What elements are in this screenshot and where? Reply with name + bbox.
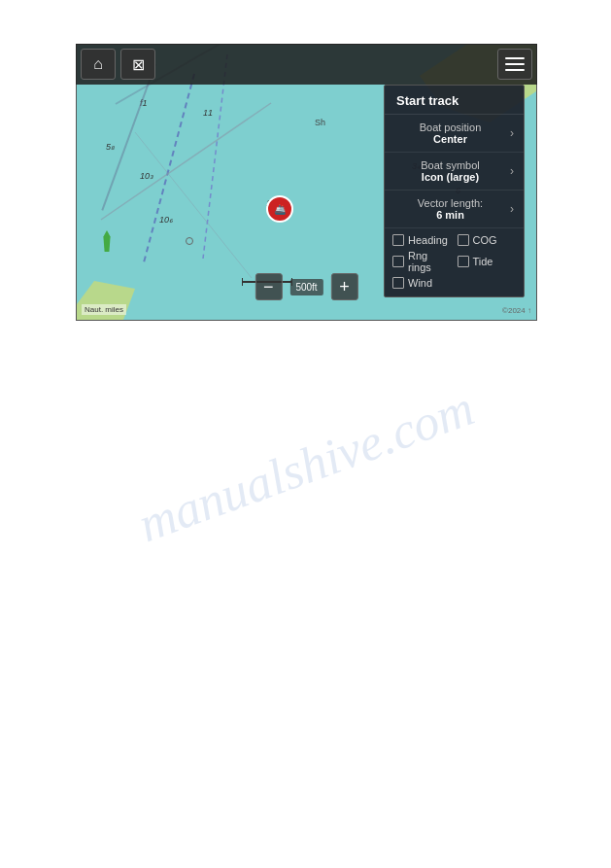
- rng-rings-label: Rng rings: [408, 250, 452, 273]
- boat-symbol-item[interactable]: Boat symbol Icon (large) ›: [385, 153, 524, 191]
- tide-label: Tide: [473, 256, 493, 267]
- depth-label: 10₃: [140, 171, 153, 181]
- home-button[interactable]: ⌂: [81, 49, 116, 80]
- hamburger-line-3: [505, 69, 525, 71]
- cog-checkbox-item[interactable]: COG: [458, 234, 517, 246]
- rng-rings-checkbox[interactable]: [392, 256, 404, 267]
- depth-label: 10₆: [159, 215, 173, 225]
- heading-label: Heading: [408, 234, 448, 246]
- depth-label: 5₈: [106, 142, 115, 152]
- vector-length-item[interactable]: Vector length: 6 min ›: [385, 191, 524, 228]
- boat-symbol-text: Boat symbol Icon (large): [394, 159, 506, 183]
- page-wrapper: f1 5₈ 10₃ 10₆ 11₈ 11 3₄ 6 Sh 🚢: [0, 0, 611, 868]
- menu-title: Start track: [385, 86, 524, 115]
- home-icon: ⌂: [93, 55, 103, 73]
- depth-label: 11: [203, 108, 213, 118]
- watermark: manualshive.com: [130, 379, 481, 553]
- cog-label: COG: [473, 234, 497, 246]
- sh-label: Sh: [315, 118, 325, 127]
- buoy-marker: [101, 230, 113, 252]
- boat-position-item[interactable]: Boat position Center ›: [385, 115, 524, 153]
- hamburger-line-2: [505, 63, 525, 65]
- vector-length-main: Vector length:: [394, 197, 506, 209]
- hamburger-line-1: [505, 57, 525, 59]
- wind-checkbox[interactable]: [392, 277, 404, 289]
- cog-checkbox[interactable]: [458, 234, 469, 246]
- context-menu: Start track Boat position Center › Boat …: [384, 85, 525, 297]
- checkbox-section: Heading COG Rng rings Tide Wind: [385, 228, 524, 296]
- boat-position-main: Boat position: [394, 122, 506, 133]
- vector-length-text: Vector length: 6 min: [394, 197, 506, 221]
- boat-icon-inner: 🚢: [266, 195, 293, 223]
- zoom-in-button[interactable]: +: [331, 273, 358, 300]
- boat-position-sub: Center: [394, 133, 506, 145]
- tide-checkbox-item[interactable]: Tide: [458, 250, 517, 273]
- boat-position-text: Boat position Center: [394, 122, 506, 145]
- target-icon: ⊠: [132, 55, 145, 74]
- zoom-controls: − 500ft +: [255, 273, 357, 300]
- wind-checkbox-item[interactable]: Wind: [392, 277, 452, 289]
- scale-label: 500ft: [289, 279, 322, 295]
- rng-rings-checkbox-item[interactable]: Rng rings: [392, 250, 452, 273]
- tide-checkbox[interactable]: [458, 256, 469, 267]
- map-watermark: ©2024 ↑: [502, 306, 531, 315]
- boat-symbol-chevron: ›: [510, 164, 514, 178]
- heading-checkbox[interactable]: [392, 234, 404, 246]
- boat-position-chevron: ›: [510, 126, 514, 140]
- target-button[interactable]: ⊠: [120, 49, 155, 80]
- nav-bar: ⌂ ⊠: [76, 44, 537, 85]
- wind-label: Wind: [408, 277, 432, 289]
- zoom-out-button[interactable]: −: [255, 273, 282, 300]
- vector-length-chevron: ›: [510, 202, 514, 216]
- buoy-shape: [101, 230, 113, 252]
- heading-checkbox-item[interactable]: Heading: [392, 234, 452, 246]
- boat-icon: 🚢: [266, 195, 293, 223]
- boat-symbol-sub: Icon (large): [394, 171, 506, 183]
- map-bottom-label: Naut. miles: [82, 304, 126, 315]
- boat-symbol-main: Boat symbol: [394, 159, 506, 171]
- vector-length-sub: 6 min: [394, 209, 506, 221]
- menu-button[interactable]: [497, 49, 532, 80]
- circle-marker: [186, 237, 193, 245]
